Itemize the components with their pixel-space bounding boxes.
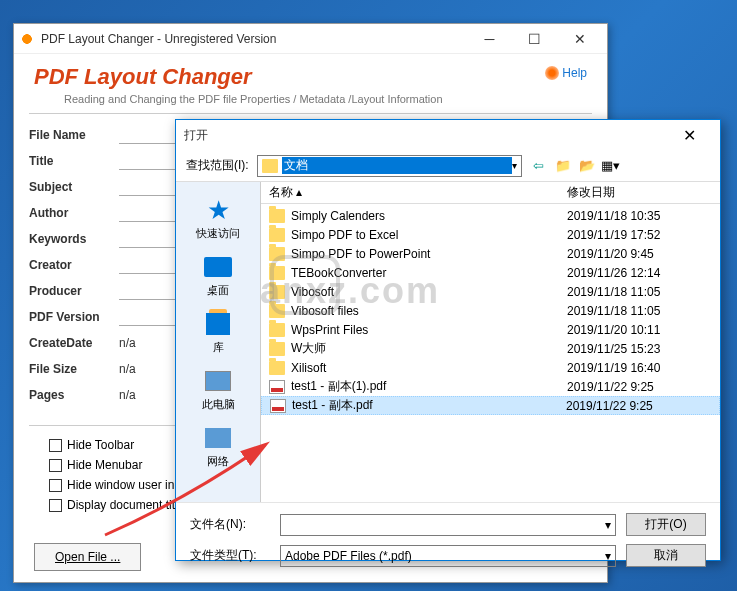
dialog-toolbar: 查找范围(I): 文档 ▾ ⇦ 📁 📂 ▦▾ — [176, 150, 720, 182]
range-label: 查找范围(I): — [186, 157, 249, 174]
minimize-button[interactable]: ─ — [467, 25, 512, 53]
list-item[interactable]: WpsPrint Files2019/11/20 10:11 — [261, 320, 720, 339]
pdf-icon — [269, 380, 285, 394]
file-date: 2019/11/18 10:35 — [567, 209, 712, 223]
label-subject: Subject — [29, 180, 119, 194]
dialog-title: 打开 — [184, 127, 667, 144]
value-pages: n/a — [119, 388, 136, 402]
maximize-button[interactable]: ☐ — [512, 25, 557, 53]
label-keywords: Keywords — [29, 232, 119, 246]
sidebar-quick-access[interactable]: ★快速访问 — [176, 190, 260, 247]
file-name: test1 - 副本.pdf — [292, 397, 566, 414]
file-name: test1 - 副本(1).pdf — [291, 378, 567, 395]
file-name: TEBookConverter — [291, 266, 567, 280]
dialog-cancel-button[interactable]: 取消 — [626, 544, 706, 567]
value-createdate: n/a — [119, 336, 136, 350]
location-text: 文档 — [282, 157, 512, 174]
file-name: Vibosoft files — [291, 304, 567, 318]
file-name: Xilisoft — [291, 361, 567, 375]
dropdown-arrow-icon: ▾ — [605, 518, 611, 532]
label-producer: Producer — [29, 284, 119, 298]
dropdown-arrow-icon: ▾ — [512, 160, 517, 171]
list-item[interactable]: Simpo PDF to PowerPoint2019/11/20 9:45 — [261, 244, 720, 263]
up-folder-icon[interactable]: 📁 — [554, 157, 572, 175]
col-name[interactable]: 名称 ▴ — [269, 184, 567, 201]
folder-icon — [262, 159, 278, 173]
folder-icon — [269, 285, 285, 299]
list-item[interactable]: Simpo PDF to Excel2019/11/19 17:52 — [261, 225, 720, 244]
filetype-dropdown[interactable]: Adobe PDF Files (*.pdf)▾ — [280, 545, 616, 567]
sidebar-this-pc[interactable]: 此电脑 — [176, 361, 260, 418]
location-dropdown[interactable]: 文档 ▾ — [257, 155, 522, 177]
list-header: 名称 ▴ 修改日期 — [261, 182, 720, 204]
sidebar-library[interactable]: 库 — [176, 304, 260, 361]
dropdown-arrow-icon: ▾ — [605, 549, 611, 563]
file-name: Simpo PDF to PowerPoint — [291, 247, 567, 261]
help-icon — [545, 66, 559, 80]
checkbox-icon — [49, 499, 62, 512]
file-open-dialog: 打开 ✕ 查找范围(I): 文档 ▾ ⇦ 📁 📂 ▦▾ ★快速访问 桌面 库 此… — [175, 119, 721, 561]
dialog-bottom: 文件名(N): ▾ 打开(O) 文件类型(T): Adobe PDF Files… — [176, 502, 720, 585]
file-date: 2019/11/18 11:05 — [567, 285, 712, 299]
close-button[interactable]: ✕ — [557, 25, 602, 53]
header: PDF Layout Changer Reading and Changing … — [14, 54, 607, 113]
label-author: Author — [29, 206, 119, 220]
view-menu-icon[interactable]: ▦▾ — [602, 157, 620, 175]
label-pdfversion: PDF Version — [29, 310, 119, 324]
pdf-icon — [270, 399, 286, 413]
file-date: 2019/11/26 12:14 — [567, 266, 712, 280]
list-item[interactable]: Vibosoft files2019/11/18 11:05 — [261, 301, 720, 320]
folder-icon — [269, 342, 285, 356]
sidebar: ★快速访问 桌面 库 此电脑 网络 — [176, 182, 261, 502]
col-date[interactable]: 修改日期 — [567, 184, 712, 201]
file-name: W大师 — [291, 340, 567, 357]
dialog-titlebar: 打开 ✕ — [176, 120, 720, 150]
dialog-open-button[interactable]: 打开(O) — [626, 513, 706, 536]
folder-icon — [269, 304, 285, 318]
list-item[interactable]: Vibosoft2019/11/18 11:05 — [261, 282, 720, 301]
file-date: 2019/11/20 9:45 — [567, 247, 712, 261]
file-name: Vibosoft — [291, 285, 567, 299]
dialog-close-button[interactable]: ✕ — [667, 121, 712, 149]
label-creator: Creator — [29, 258, 119, 272]
help-label: Help — [562, 66, 587, 80]
filetype-label: 文件类型(T): — [190, 547, 270, 564]
folder-icon — [269, 228, 285, 242]
file-list: 名称 ▴ 修改日期 Simply Calenders2019/11/18 10:… — [261, 182, 720, 502]
label-filesize: File Size — [29, 362, 119, 376]
folder-icon — [269, 323, 285, 337]
checkbox-icon — [49, 439, 62, 452]
open-file-button[interactable]: Open File ... — [34, 543, 141, 571]
file-date: 2019/11/18 11:05 — [567, 304, 712, 318]
value-filesize: n/a — [119, 362, 136, 376]
back-icon[interactable]: ⇦ — [530, 157, 548, 175]
titlebar: PDF Layout Changer - Unregistered Versio… — [14, 24, 607, 54]
label-createdate: CreateDate — [29, 336, 119, 350]
file-date: 2019/11/20 10:11 — [567, 323, 712, 337]
star-icon: ★ — [207, 195, 230, 226]
file-date: 2019/11/25 15:23 — [567, 342, 712, 356]
folder-icon — [269, 209, 285, 223]
list-item[interactable]: test1 - 副本.pdf2019/11/22 9:25 — [261, 396, 720, 415]
file-date: 2019/11/22 9:25 — [567, 380, 712, 394]
list-item[interactable]: W大师2019/11/25 15:23 — [261, 339, 720, 358]
new-folder-icon[interactable]: 📂 — [578, 157, 596, 175]
file-date: 2019/11/19 17:52 — [567, 228, 712, 242]
file-name: Simply Calenders — [291, 209, 567, 223]
label-filename: File Name — [29, 128, 119, 142]
sidebar-network[interactable]: 网络 — [176, 418, 260, 475]
desktop-icon — [204, 257, 232, 277]
app-icon — [19, 31, 35, 47]
list-item[interactable]: Simply Calenders2019/11/18 10:35 — [261, 206, 720, 225]
help-link[interactable]: Help — [545, 66, 587, 80]
sidebar-desktop[interactable]: 桌面 — [176, 247, 260, 304]
list-item[interactable]: test1 - 副本(1).pdf2019/11/22 9:25 — [261, 377, 720, 396]
file-date: 2019/11/22 9:25 — [566, 399, 711, 413]
filename-input[interactable]: ▾ — [280, 514, 616, 536]
list-item[interactable]: Xilisoft2019/11/19 16:40 — [261, 358, 720, 377]
checkbox-icon — [49, 459, 62, 472]
list-item[interactable]: TEBookConverter2019/11/26 12:14 — [261, 263, 720, 282]
app-title: PDF Layout Changer — [34, 64, 587, 90]
library-icon — [206, 313, 230, 335]
checkbox-icon — [49, 479, 62, 492]
